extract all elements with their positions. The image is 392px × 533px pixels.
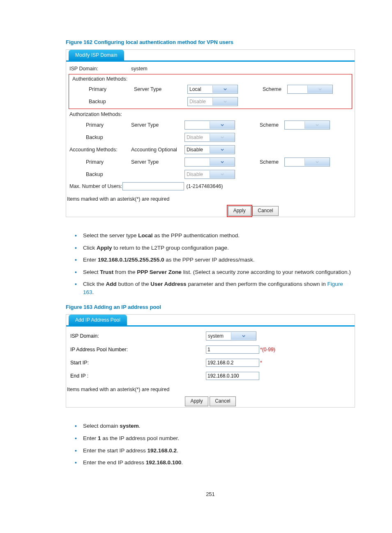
pool-number-label: IP Address Pool Number: (70, 347, 206, 352)
auth-backup-value: Disable (188, 99, 212, 104)
page-number: 251 (66, 475, 355, 497)
apply-button[interactable]: Apply (185, 396, 208, 406)
tab-modify-isp-domain[interactable]: Modify ISP Domain (69, 50, 124, 60)
figure-163-title: Figure 163 Adding an IP address pool (66, 304, 355, 310)
list-item: Click the Add button of the User Address… (81, 278, 355, 298)
auth-primary-servertype-value: Local (188, 86, 212, 92)
chevron-down-icon (210, 134, 235, 141)
required-mark: * (259, 360, 262, 366)
isp-domain-label: ISP Domain: (70, 333, 206, 339)
auth-backup-select[interactable]: Disable (187, 97, 238, 106)
isp-domain-select[interactable]: system (206, 331, 256, 341)
tab-row: Modify ISP Domain (66, 50, 355, 62)
apply-button[interactable]: Apply (228, 206, 251, 216)
authz-primary-scheme-select[interactable] (284, 121, 330, 130)
figure-162-panel: Modify ISP Domain ISP Domain: system Aut… (66, 49, 355, 217)
list-item: Enter the start IP address 192.168.0.2. (81, 445, 355, 457)
chevron-down-icon (212, 98, 238, 105)
auth-primary-servertype-select[interactable]: Local (187, 85, 238, 94)
end-ip-input[interactable] (206, 372, 259, 380)
chevron-down-icon (210, 171, 235, 178)
cancel-button[interactable]: Cancel (210, 396, 235, 406)
chevron-down-icon (212, 86, 238, 93)
isp-domain-label: ISP Domain: (69, 66, 131, 72)
list-item: Enter 1 as the IP address pool number. (81, 432, 355, 445)
required-note: Items marked with an asterisk(*) are req… (66, 386, 355, 394)
authz-primary-label: Primary (69, 122, 131, 128)
acct-optional-select[interactable]: Disable (184, 145, 235, 154)
max-users-label: Max. Number of Users: (69, 183, 122, 189)
authz-backup-label: Backup (69, 134, 131, 140)
acct-backup-value: Disable (185, 171, 210, 177)
list-item: Enter 192.168.0.1/255.255.255.0 as the P… (81, 254, 355, 266)
pool-number-input[interactable] (206, 345, 259, 354)
acct-primary-scheme-select[interactable] (284, 158, 330, 167)
authz-primary-servertype-select[interactable] (184, 121, 235, 130)
end-ip-label: End IP : (70, 373, 206, 379)
figure-162-title: Figure 162 Configuring local authenticat… (66, 39, 355, 45)
chevron-down-icon (231, 332, 256, 340)
start-ip-label: Start IP: (70, 360, 206, 366)
auth-primary-scheme-label: Scheme (263, 86, 287, 92)
instruction-list-1: Select the server type Local as the PPP … (66, 229, 355, 298)
acct-methods-label: Accounting Methods: (69, 147, 131, 153)
chevron-down-icon (304, 158, 330, 166)
chevron-down-icon (307, 86, 332, 93)
acct-primary-scheme-label: Scheme (260, 159, 284, 165)
pool-number-hint: *(0-99) (259, 347, 275, 352)
isp-domain-value: system (131, 66, 176, 72)
authz-backup-select[interactable]: Disable (184, 133, 235, 142)
start-ip-input[interactable] (206, 359, 259, 367)
chevron-down-icon (210, 121, 235, 129)
auth-primary-servertype-label: Server Type (134, 86, 187, 92)
chevron-down-icon (210, 158, 235, 166)
acct-backup-select[interactable]: Disable (184, 170, 235, 179)
auth-methods-box: Authentication Methods: Primary Server T… (69, 74, 352, 109)
required-note: Items marked with an asterisk(*) are req… (66, 195, 355, 204)
list-item: Click Apply to return to the L2TP group … (81, 242, 355, 254)
tab-add-ip-pool[interactable]: Add IP Address Pool (69, 315, 127, 325)
list-item: Select domain system. (81, 420, 355, 432)
figure-163-panel: Add IP Address Pool ISP Domain: system I… (66, 314, 355, 408)
tab-row: Add IP Address Pool (66, 315, 355, 327)
authz-methods-label: Authorization Methods: (69, 111, 122, 117)
authz-primary-servertype-label: Server Type (131, 122, 184, 128)
acct-primary-servertype-label: Server Type (131, 159, 184, 165)
max-users-hint: (1-2147483646) (184, 183, 223, 189)
chevron-down-icon (304, 121, 330, 129)
cancel-button[interactable]: Cancel (252, 206, 278, 216)
authz-backup-value: Disable (185, 134, 210, 140)
acct-backup-label: Backup (69, 171, 131, 177)
max-users-input[interactable] (122, 182, 184, 190)
chevron-down-icon (210, 146, 235, 153)
acct-primary-servertype-select[interactable] (184, 158, 235, 167)
auth-methods-label: Authentication Methods: (72, 76, 134, 82)
isp-domain-value: system (206, 333, 231, 339)
auth-primary-scheme-select[interactable] (287, 85, 333, 94)
acct-primary-label: Primary (69, 159, 131, 165)
auth-primary-label: Primary (72, 86, 134, 92)
acct-optional-value: Disable (185, 147, 210, 153)
authz-primary-scheme-label: Scheme (260, 122, 284, 128)
instruction-list-2: Select domain system. Enter 1 as the IP … (66, 420, 355, 468)
acct-optional-label: Accounting Optional (131, 147, 184, 153)
list-item: Select the server type Local as the PPP … (81, 229, 355, 242)
auth-backup-label: Backup (72, 99, 134, 104)
list-item: Enter the end IP address 192.168.0.100. (81, 457, 355, 469)
list-item: Select Trust from the PPP Server Zone li… (81, 266, 355, 278)
